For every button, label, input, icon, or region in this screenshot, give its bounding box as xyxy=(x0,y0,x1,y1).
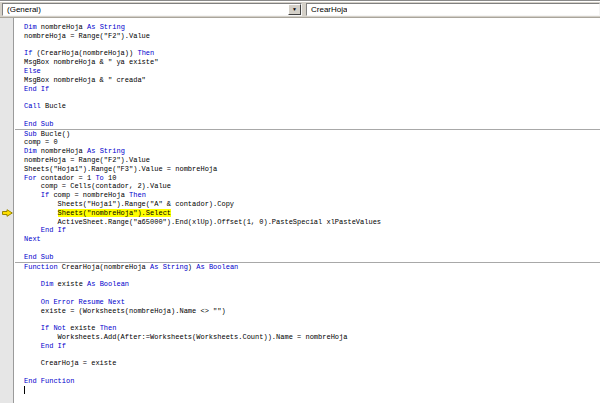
code-line[interactable] xyxy=(24,271,600,280)
code-line[interactable] xyxy=(24,386,600,395)
code-text: Then xyxy=(100,324,117,332)
code-line[interactable] xyxy=(24,93,600,102)
code-text: Dim xyxy=(24,147,37,155)
code-line[interactable]: Function CrearHoja(nombreHoja As String)… xyxy=(24,263,600,272)
code-text: Bucle xyxy=(41,102,66,110)
code-line[interactable]: Worksheets.Add(After:=Worksheets(Workshe… xyxy=(24,333,600,342)
code-line[interactable]: End If xyxy=(24,85,600,94)
object-dropdown-value: (General) xyxy=(3,4,41,15)
code-line[interactable]: existe = (Worksheets(nombreHoja).Name <>… xyxy=(24,307,600,316)
code-text: (CrearHoja(nombreHoja)) xyxy=(32,49,137,57)
code-text xyxy=(24,342,41,350)
code-text: nombreHoja = Range("F2").Value xyxy=(24,156,150,164)
code-line[interactable]: Dim nombreHoja As String xyxy=(24,147,600,156)
code-text: nombreHoja xyxy=(37,147,87,155)
code-text xyxy=(24,298,41,306)
code-text xyxy=(24,226,41,234)
code-text: String xyxy=(100,147,125,155)
code-text: ) xyxy=(188,263,196,271)
code-text xyxy=(24,280,41,288)
code-line[interactable]: For contador = 1 To 10 xyxy=(24,174,600,183)
code-text: Then xyxy=(137,49,154,57)
code-text xyxy=(24,324,41,332)
code-line[interactable]: Dim existe As Boolean xyxy=(24,280,600,289)
code-text: For xyxy=(24,174,37,182)
code-text: 10 xyxy=(104,174,117,182)
vba-code-window: (General) ▼ CrearHoja Dim nombreHoja As … xyxy=(0,0,600,403)
code-text: Dim xyxy=(24,23,37,31)
code-text: existe = (Worksheets(nombreHoja).Name <>… xyxy=(24,307,226,315)
procedure-dropdown-value: CrearHoja xyxy=(307,4,347,15)
code-line[interactable]: comp = 0 xyxy=(24,138,600,147)
code-line[interactable]: End Function xyxy=(24,377,600,386)
code-text: To xyxy=(95,174,103,182)
code-line[interactable] xyxy=(24,111,600,120)
code-text: End If xyxy=(41,226,66,234)
text-caret xyxy=(24,386,25,394)
code-text: As xyxy=(196,263,204,271)
code-text: Worksheets.Add(After:=Worksheets(Workshe… xyxy=(24,333,347,341)
code-text: Else xyxy=(24,67,41,75)
code-line[interactable]: nombreHoja = Range("F2").Value xyxy=(24,156,600,165)
code-line[interactable] xyxy=(24,368,600,377)
code-line[interactable]: End Sub xyxy=(15,120,600,130)
code-line[interactable]: comp = Cells(contador, 2).Value xyxy=(24,182,600,191)
procedure-dropdown[interactable]: CrearHoja xyxy=(306,3,600,16)
code-line[interactable] xyxy=(24,244,600,253)
code-line[interactable] xyxy=(24,315,600,324)
object-dropdown[interactable]: (General) ▼ xyxy=(2,3,302,16)
code-line[interactable]: Sub Bucle() xyxy=(24,130,600,139)
code-line[interactable] xyxy=(24,41,600,50)
code-line[interactable]: End Sub xyxy=(15,253,600,263)
code-line[interactable]: If Not existe Then xyxy=(24,324,600,333)
code-text: Sub xyxy=(24,130,37,138)
code-line[interactable]: Call Bucle xyxy=(24,102,600,111)
code-text: Boolean xyxy=(100,280,129,288)
code-text: existe xyxy=(53,280,87,288)
code-line[interactable]: Sheets("Hoja1").Range("A" & contador).Co… xyxy=(24,200,600,209)
code-text: contador = 1 xyxy=(37,174,96,182)
code-text: Function xyxy=(24,263,58,271)
code-text: MsgBox nombreHoja & " ya existe" xyxy=(24,58,158,66)
code-line[interactable]: Else xyxy=(24,67,600,76)
code-line[interactable]: End If xyxy=(24,342,600,351)
object-dropdown-button[interactable]: ▼ xyxy=(288,4,301,15)
code-line[interactable]: ActiveSheet.Range("a65000").End(xlUp).Of… xyxy=(24,218,600,227)
code-text: Not xyxy=(53,324,66,332)
code-line[interactable]: If comp = nombreHoja Then xyxy=(24,191,600,200)
code-text: comp = nombreHoja xyxy=(49,191,129,199)
code-text: String xyxy=(100,23,125,31)
code-line[interactable]: CrearHoja = existe xyxy=(24,359,600,368)
code-text: End If xyxy=(24,85,49,93)
code-text: Sheets("Hoja1").Range("A" & contador).Co… xyxy=(24,200,234,208)
code-line[interactable]: nombreHoja = Range("F2").Value xyxy=(24,32,600,41)
code-text: If xyxy=(41,324,49,332)
code-line[interactable]: On Error Resume Next xyxy=(24,298,600,307)
code-line[interactable] xyxy=(24,289,600,298)
code-line[interactable]: MsgBox nombreHoja & " creada" xyxy=(24,76,600,85)
code-text: If xyxy=(41,191,49,199)
procedure-toolbar: (General) ▼ CrearHoja xyxy=(0,2,600,18)
code-text: existe xyxy=(66,324,100,332)
code-editor[interactable]: Dim nombreHoja As StringnombreHoja = Ran… xyxy=(0,18,600,403)
code-text: Boolean xyxy=(209,263,238,271)
code-text: Bucle() xyxy=(37,130,71,138)
code-line[interactable]: Sheets("nombreHoja").Select xyxy=(24,209,600,218)
code-text: Dim xyxy=(41,280,54,288)
execution-point-arrow-icon xyxy=(2,209,13,217)
code-line[interactable]: If (CrearHoja(nombreHoja)) Then xyxy=(24,49,600,58)
code-text: End Sub xyxy=(24,120,53,128)
code-text: nombreHoja xyxy=(37,23,87,31)
code-line[interactable]: MsgBox nombreHoja & " ya existe" xyxy=(24,58,600,67)
code-text xyxy=(24,209,58,217)
code-text: End If xyxy=(41,342,66,350)
code-line[interactable]: Sheets("Hoja1").Range("F3").Value = nomb… xyxy=(24,165,600,174)
code-line[interactable] xyxy=(24,350,600,359)
code-line[interactable]: Dim nombreHoja As String xyxy=(24,23,600,32)
code-line[interactable]: End If xyxy=(24,226,600,235)
chevron-down-icon: ▼ xyxy=(289,5,300,14)
code-text: ActiveSheet.Range("a65000").End(xlUp).Of… xyxy=(24,218,381,226)
code-lines[interactable]: Dim nombreHoja As StringnombreHoja = Ran… xyxy=(15,18,600,403)
code-line[interactable]: Next xyxy=(24,235,600,244)
code-text: Next xyxy=(24,235,41,243)
